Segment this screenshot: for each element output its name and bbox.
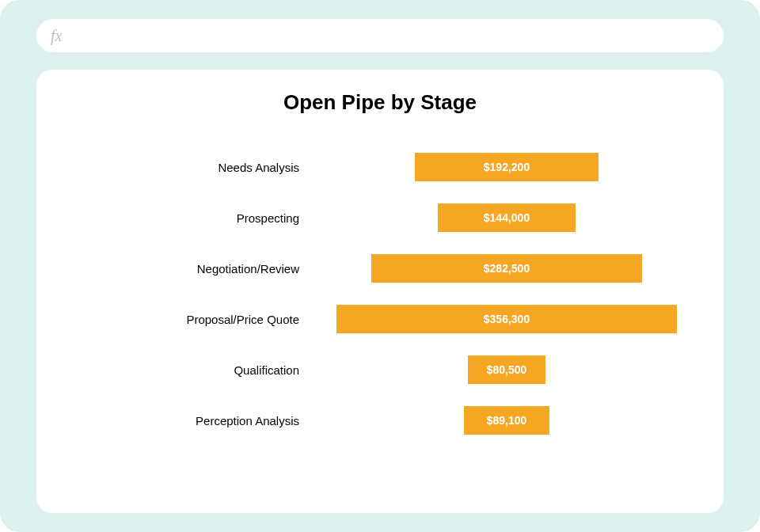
bar: $89,100	[464, 406, 549, 435]
bar-value: $356,300	[484, 313, 530, 325]
app-panel: fx Open Pipe by Stage Needs Analysis $19…	[0, 0, 760, 532]
bar-value: $192,200	[484, 161, 530, 173]
chart-row: Perception Analysis $89,100	[68, 406, 692, 435]
formula-bar[interactable]: fx	[36, 19, 724, 52]
chart-row: Needs Analysis $192,200	[68, 153, 692, 181]
bar: $282,500	[371, 254, 641, 283]
bar-area: $356,300	[321, 305, 692, 333]
bar-area: $282,500	[321, 254, 692, 283]
bar: $80,500	[468, 355, 545, 384]
chart-card: Open Pipe by Stage Needs Analysis $192,2…	[36, 70, 724, 513]
chart-title: Open Pipe by Stage	[68, 90, 692, 115]
bar: $356,300	[336, 305, 678, 333]
row-label: Qualification	[68, 363, 321, 377]
bar-area: $89,100	[321, 406, 692, 435]
bar-area: $192,200	[321, 153, 692, 181]
row-label: Negotiation/Review	[68, 262, 321, 276]
bar-value: $144,000	[484, 211, 530, 224]
chart-row: Proposal/Price Quote $356,300	[68, 305, 692, 333]
bar: $144,000	[438, 203, 576, 232]
chart-row: Qualification $80,500	[68, 355, 692, 384]
chart-row: Negotiation/Review $282,500	[68, 254, 692, 283]
bar-value: $282,500	[484, 262, 530, 275]
chart-body: Needs Analysis $192,200 Prospecting $144…	[68, 148, 692, 486]
row-label: Needs Analysis	[68, 161, 321, 174]
bar-value: $80,500	[487, 363, 527, 376]
chart-row: Prospecting $144,000	[68, 203, 692, 232]
bar-area: $144,000	[321, 203, 692, 232]
bar: $192,200	[415, 153, 598, 181]
bar-value: $89,100	[487, 414, 527, 427]
fx-icon: fx	[51, 28, 62, 44]
row-label: Proposal/Price Quote	[68, 313, 321, 326]
row-label: Prospecting	[68, 211, 321, 225]
row-label: Perception Analysis	[68, 414, 321, 428]
bar-area: $80,500	[321, 355, 692, 384]
formula-input[interactable]	[70, 29, 709, 43]
